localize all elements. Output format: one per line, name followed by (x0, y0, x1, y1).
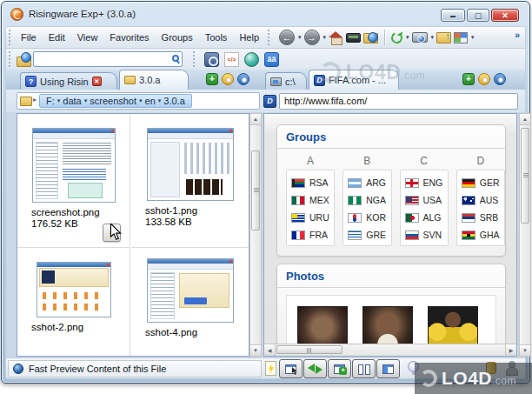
breadcrumb-item-data[interactable]: data (60, 96, 83, 106)
menu-favorites[interactable]: Favorites (103, 30, 155, 45)
url-input[interactable] (279, 93, 518, 110)
recent-history-button[interactable] (222, 73, 234, 85)
fast-preview-icon[interactable] (265, 361, 276, 376)
group-letter: C (400, 155, 449, 167)
scroll-right-icon[interactable]: ▶ (505, 344, 516, 356)
forward-dropdown-caret[interactable] (323, 34, 327, 41)
scroll-down-icon[interactable]: ▼ (520, 344, 530, 356)
menu-file[interactable]: File (15, 30, 43, 45)
breadcrumb-item-screenshot[interactable]: screenshot (87, 96, 139, 106)
capture-tool-icon[interactable] (244, 52, 259, 67)
pane-splitter[interactable] (251, 113, 263, 357)
swap-panes-button[interactable] (303, 359, 327, 378)
tab-drive-c[interactable]: c:\ (265, 72, 307, 90)
team-code: SVN (423, 230, 442, 240)
toolbar-overflow-chevron[interactable]: » (515, 30, 520, 40)
search-box (33, 51, 183, 67)
file-name: screenshot.png (31, 207, 130, 217)
browser-vertical-scrollbar[interactable]: ▲ ▼ (519, 113, 531, 357)
maximize-button[interactable] (467, 9, 489, 22)
new-tab-plus-button[interactable] (462, 73, 475, 85)
browser-horizontal-scrollbar[interactable]: ◀ ▶ (264, 344, 516, 356)
search-icon[interactable] (172, 55, 179, 62)
recent-history-button[interactable] (478, 73, 490, 85)
scroll-up-icon[interactable]: ▲ (520, 114, 530, 125)
file-thumbnail-sshot2[interactable] (37, 262, 111, 317)
breadcrumb-item-30a[interactable]: 3.0.a (161, 96, 187, 106)
search-input[interactable] (37, 53, 165, 65)
breadcrumb-item-en[interactable]: en (143, 96, 158, 106)
tab-row: Using Risin 3.0.a c:\ FIFA.com - ... (5, 70, 526, 90)
user-icon[interactable] (505, 361, 517, 375)
settings-tool-icon[interactable] (204, 52, 219, 67)
desktop-button[interactable] (346, 33, 361, 43)
arrow-left-icon (308, 364, 315, 372)
snapshot-dropdown-caret[interactable] (431, 34, 435, 41)
menu-view[interactable]: View (71, 30, 104, 45)
preview-pane-button[interactable] (279, 359, 303, 378)
add-pane-button[interactable] (328, 359, 351, 378)
back-button[interactable] (279, 30, 295, 45)
flag-usa-icon (405, 196, 419, 205)
file-thumbnail-screenshot[interactable] (32, 128, 116, 203)
groups-heading: Groups (277, 125, 505, 149)
tab-label: c:\ (285, 77, 296, 87)
player-photo-1[interactable] (297, 306, 348, 347)
view-options-button[interactable] (454, 32, 468, 43)
forward-button[interactable] (304, 30, 320, 45)
breadcrumb-item-drive[interactable]: F: (43, 96, 57, 106)
player-photo-2[interactable] (362, 306, 413, 347)
team-code: FRA (309, 230, 328, 240)
minimize-button[interactable] (441, 9, 465, 22)
menu-edit[interactable]: Edit (43, 30, 71, 45)
left-pane-tabstrip: Using Risin 3.0.a (17, 70, 262, 90)
flag-srb-icon (462, 213, 475, 223)
tab-using-risingware[interactable]: Using Risin (20, 72, 117, 90)
new-tab-plus-button[interactable] (206, 73, 218, 85)
session-history-button[interactable] (494, 73, 506, 85)
tips-button[interactable] (406, 359, 422, 378)
right-tab-buttons (462, 73, 506, 85)
app-window: Risingware Exp+ (3.0.a) File Edit View F… (1, 1, 530, 384)
team-code: AUS (480, 195, 499, 205)
tab-fifa-site[interactable]: FIFA.com - ... (309, 70, 399, 90)
search-scope-icon (17, 52, 31, 67)
player-photo-3[interactable] (428, 306, 478, 347)
scrollbar-thumb[interactable] (276, 345, 342, 354)
scroll-left-icon[interactable]: ◀ (264, 344, 276, 356)
snapshot-button[interactable] (412, 32, 428, 43)
folder-up-button[interactable] (436, 32, 451, 43)
group-b-box: ARG NGA KOR GRE (342, 170, 391, 246)
back-dropdown-caret[interactable] (298, 34, 302, 41)
web-folder-button[interactable] (363, 32, 378, 43)
close-tab-icon[interactable] (92, 77, 102, 86)
refresh-button[interactable] (389, 30, 404, 45)
menu-groups[interactable]: Groups (156, 30, 199, 45)
file-name: sshot-4.png (145, 327, 249, 337)
split-vertical-button[interactable] (352, 359, 376, 378)
session-history-button[interactable] (237, 73, 249, 85)
status-message-field: Fast Preview Content of this File (8, 360, 262, 377)
team-row: GER (462, 174, 504, 191)
flag-rsa-icon (291, 178, 305, 188)
home-button[interactable] (329, 31, 343, 44)
close-button[interactable] (491, 9, 519, 22)
file-thumbnail-sshot1[interactable] (147, 128, 234, 201)
flag-gre-icon (348, 230, 362, 240)
view-options-caret[interactable] (471, 34, 475, 41)
html-tool-icon[interactable] (224, 52, 239, 67)
group-a-box: RSA MEX URU FRA (286, 170, 335, 246)
sidebar-layout-button[interactable] (376, 359, 400, 378)
groups-panel: Groups A B C D RSA MEX URU FRA ARG (276, 124, 506, 257)
team-code: RSA (309, 177, 329, 188)
menu-tools[interactable]: Tools (199, 30, 234, 45)
team-code: ENG (423, 177, 443, 188)
menu-help[interactable]: Help (233, 30, 265, 45)
file-thumbnail-sshot4[interactable] (147, 258, 234, 323)
flag-mex-icon (291, 196, 305, 205)
text-translate-tool-icon[interactable] (264, 52, 279, 67)
tab-folder-30a[interactable]: 3.0.a (119, 70, 189, 90)
archive-icon[interactable] (486, 362, 496, 374)
arrow-right-icon (316, 365, 323, 374)
scrollbar-thumb[interactable] (521, 128, 529, 224)
